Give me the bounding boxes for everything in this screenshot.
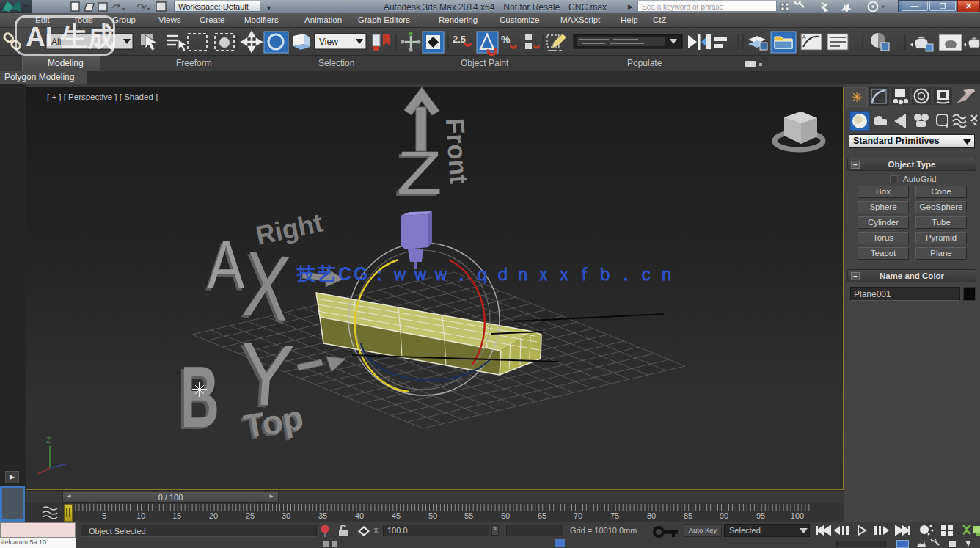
svg-text:90: 90	[720, 511, 728, 520]
svg-text:30: 30	[282, 511, 290, 520]
svg-text:70: 70	[574, 511, 582, 520]
svg-text:40: 40	[355, 511, 364, 520]
svg-text:10: 10	[136, 511, 145, 520]
svg-text:35: 35	[318, 511, 327, 520]
svg-text:15: 15	[172, 511, 181, 520]
svg-text:✳: ✳	[851, 89, 863, 105]
svg-text:[ + ] [ Perspective ] [ Shaded: [ + ] [ Perspective ] [ Shaded ]	[47, 92, 158, 101]
svg-text:Front: Front	[441, 117, 474, 185]
svg-text:20: 20	[209, 511, 218, 520]
svg-text:75: 75	[610, 511, 619, 520]
svg-text:65: 65	[538, 511, 546, 520]
svg-text:55: 55	[464, 511, 473, 520]
svg-text:Z: Z	[46, 436, 51, 445]
svg-text:100: 100	[791, 511, 804, 520]
svg-text:A: A	[208, 227, 244, 303]
svg-text:60: 60	[501, 511, 510, 520]
svg-text:5: 5	[102, 511, 106, 520]
svg-text:25: 25	[246, 511, 255, 520]
svg-text:50: 50	[428, 511, 437, 520]
svg-text:B: B	[180, 348, 219, 445]
svg-text:技艺CG：ｗｗｗ．ｑｄｎｘｘｆｂ．ｃｎ: 技艺CG：ｗｗｗ．ｑｄｎｘｘｆｂ．ｃｎ	[296, 263, 679, 284]
svg-text:45: 45	[392, 511, 401, 520]
svg-text:Right: Right	[253, 208, 325, 251]
svg-text:95: 95	[756, 511, 765, 520]
svg-text:85: 85	[684, 511, 692, 520]
svg-text:80: 80	[647, 511, 656, 520]
